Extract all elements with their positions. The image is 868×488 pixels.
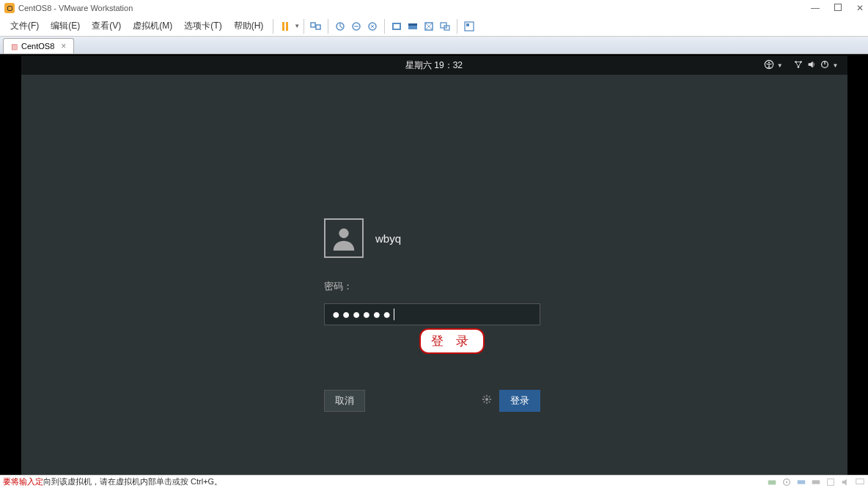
- svg-rect-0: [311, 23, 315, 27]
- window-title: CentOS8 - VMware Workstation: [18, 4, 133, 12]
- menu-tabs[interactable]: 选项卡(T): [178, 17, 227, 35]
- window-maximize-button[interactable]: [834, 3, 842, 13]
- library-button[interactable]: [461, 18, 477, 34]
- svg-rect-26: [812, 480, 820, 484]
- divider: [384, 19, 385, 34]
- svg-rect-22: [768, 480, 776, 484]
- snapshot-manager-button[interactable]: [348, 18, 364, 34]
- svg-point-21: [485, 398, 488, 401]
- menu-vm[interactable]: 虚拟机(M): [127, 17, 178, 35]
- svg-rect-6: [394, 24, 400, 29]
- tab-close-button[interactable]: ×: [61, 41, 66, 51]
- vm-viewport[interactable]: 星期六 19：32 ▼ ▼ wbyq: [0, 54, 868, 475]
- svg-rect-27: [828, 478, 834, 485]
- stretch-button[interactable]: [421, 18, 437, 34]
- window-close-button[interactable]: ✕: [856, 3, 864, 13]
- svg-rect-28: [856, 478, 864, 484]
- system-menu[interactable]: ▼: [793, 59, 839, 72]
- svg-point-15: [768, 62, 770, 63]
- fit-guest-button[interactable]: [437, 18, 453, 34]
- svg-point-20: [339, 229, 348, 238]
- power-icon: [820, 59, 830, 72]
- svg-rect-13: [466, 23, 469, 26]
- user-avatar: [324, 218, 364, 258]
- tab-vm-icon: ▧: [11, 42, 18, 51]
- login-button[interactable]: 登录: [499, 390, 540, 412]
- guest-screen: 星期六 19：32 ▼ ▼ wbyq: [21, 56, 847, 475]
- disk-icon[interactable]: [767, 477, 777, 487]
- password-masked: ●●●●●●: [332, 307, 393, 322]
- menu-help[interactable]: 帮助(H): [228, 17, 270, 35]
- cd-icon[interactable]: [781, 477, 792, 487]
- gnome-clock[interactable]: 星期六 19：32: [405, 59, 463, 72]
- display-icon[interactable]: [855, 477, 865, 487]
- accessibility-menu[interactable]: ▼: [764, 59, 783, 72]
- password-label: 密码：: [324, 280, 544, 293]
- cancel-button[interactable]: 取消: [324, 390, 365, 412]
- status-bar: 要将输入定向到该虚拟机，请在虚拟机内部单击或按 Ctrl+G。: [0, 475, 868, 488]
- divider: [457, 19, 457, 34]
- menu-view[interactable]: 查看(V): [86, 17, 127, 35]
- unity-button[interactable]: [405, 18, 421, 34]
- divider: [304, 19, 304, 34]
- power-dropdown[interactable]: ▼: [294, 23, 300, 29]
- printer-icon[interactable]: [825, 477, 836, 487]
- tab-bar: ▧ CentOS8 ×: [0, 37, 868, 54]
- svg-rect-1: [316, 25, 320, 29]
- pause-button[interactable]: [277, 18, 293, 34]
- divider: [328, 19, 328, 34]
- volume-icon: [806, 59, 817, 72]
- fullscreen-button[interactable]: [389, 18, 405, 34]
- menubar: 文件(F) 编辑(E) 查看(V) 虚拟机(M) 选项卡(T) 帮助(H) ▼: [0, 16, 868, 37]
- send-ctrl-alt-del-button[interactable]: [308, 18, 324, 34]
- login-panel: wbyq 密码： ●●●●●● 登 录 取消 登录: [324, 218, 544, 412]
- revert-snapshot-button[interactable]: [364, 18, 380, 34]
- window-minimize-button[interactable]: —: [811, 3, 820, 13]
- tab-centos8[interactable]: ▧ CentOS8 ×: [3, 38, 74, 53]
- device-tray: [767, 477, 865, 487]
- svg-point-24: [786, 481, 787, 482]
- username-label: wbyq: [375, 232, 401, 245]
- menu-edit[interactable]: 编辑(E): [45, 17, 86, 35]
- divider: [273, 19, 273, 34]
- network-adapter-icon[interactable]: [796, 477, 806, 487]
- network-icon: [793, 59, 803, 72]
- usb-icon[interactable]: [811, 477, 821, 487]
- status-message: 要将输入定向到该虚拟机，请在虚拟机内部单击或按 Ctrl+G。: [3, 476, 222, 487]
- menu-file[interactable]: 文件(F): [4, 17, 45, 35]
- password-input[interactable]: ●●●●●●: [324, 303, 540, 325]
- svg-rect-8: [408, 23, 417, 26]
- login-callout-annotation: 登 录: [419, 328, 485, 354]
- window-titlebar: CentOS8 - VMware Workstation — ✕: [0, 0, 868, 16]
- app-icon: [4, 3, 15, 13]
- gnome-top-bar: 星期六 19：32 ▼ ▼: [21, 56, 847, 75]
- tab-label: CentOS8: [21, 42, 54, 51]
- sound-icon[interactable]: [840, 477, 850, 487]
- svg-rect-25: [798, 480, 806, 484]
- snapshot-button[interactable]: [332, 18, 348, 34]
- session-options-button[interactable]: [482, 394, 492, 407]
